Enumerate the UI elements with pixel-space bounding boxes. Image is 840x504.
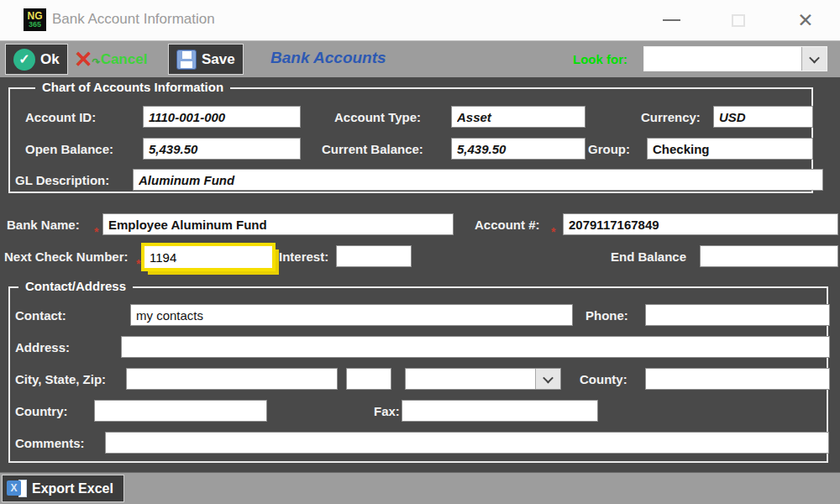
check-circle-icon: ✓: [13, 49, 35, 71]
zip-dropdown-button[interactable]: [535, 369, 560, 389]
excel-icon: X: [7, 479, 28, 498]
fax-input[interactable]: [402, 400, 598, 422]
gl-description-label: GL Description:: [15, 173, 109, 187]
current-balance-label: Current Balance:: [322, 142, 423, 156]
country-input[interactable]: [94, 400, 267, 422]
title-bar: NG 365 Bank Account Information ✕: [0, 0, 840, 40]
maximize-icon: [732, 14, 745, 27]
account-number-input[interactable]: [563, 213, 838, 235]
cancel-x-icon: ✕↷: [74, 49, 93, 71]
phone-input[interactable]: [645, 304, 830, 326]
bank-name-input[interactable]: [102, 213, 454, 235]
look-for-dropdown-button[interactable]: [801, 47, 827, 71]
export-excel-button[interactable]: X Export Excel: [2, 475, 124, 502]
bank-name-label: Bank Name:: [7, 218, 80, 232]
next-check-number-highlight: [141, 243, 276, 271]
undo-arrow-icon: ↷: [92, 51, 101, 74]
bottom-bar: X Export Excel: [0, 472, 840, 504]
account-id-input[interactable]: [143, 106, 301, 128]
close-button[interactable]: ✕: [786, 7, 825, 34]
cancel-button-label: Cancel: [101, 51, 148, 68]
account-type-input[interactable]: [451, 106, 585, 128]
zip-input[interactable]: [406, 369, 535, 389]
look-for-combobox: [643, 46, 827, 71]
app-logo-icon: NG 365: [24, 8, 46, 31]
city-input[interactable]: [126, 368, 338, 390]
save-button-label: Save: [202, 51, 235, 68]
comments-label: Comments:: [15, 436, 85, 450]
group-label: Group:: [588, 142, 630, 156]
minimize-icon: [663, 19, 680, 21]
save-button[interactable]: Save: [168, 44, 244, 75]
gl-description-input[interactable]: [133, 169, 823, 191]
contact-address-legend: Contact/Address: [18, 279, 133, 293]
state-input[interactable]: [346, 368, 391, 390]
city-state-zip-label: City, State, Zip:: [15, 372, 106, 386]
maximize-button[interactable]: [719, 7, 758, 34]
county-input[interactable]: [645, 368, 830, 390]
bank-name-required-marker: *: [94, 225, 98, 239]
chevron-down-icon: [543, 372, 554, 383]
cancel-button[interactable]: ✕↷ Cancel: [74, 46, 147, 73]
interest-input[interactable]: [336, 245, 412, 267]
interest-label: Interest:: [279, 249, 328, 264]
app-logo-text-bottom: 365: [29, 21, 41, 29]
open-balance-label: Open Balance:: [25, 142, 113, 156]
zip-combobox: [405, 368, 561, 390]
country-label: Country:: [15, 404, 68, 418]
comments-input[interactable]: [105, 432, 829, 454]
current-balance-input[interactable]: [451, 138, 585, 160]
toolbar: ✓ Ok ✕↷ Cancel Save Bank Accounts Look f…: [0, 40, 840, 77]
fax-label: Fax:: [374, 404, 400, 418]
page-title: Bank Accounts: [270, 49, 386, 67]
contact-label: Contact:: [15, 308, 66, 323]
window-title: Bank Account Information: [52, 11, 215, 28]
account-number-label: Account #:: [475, 218, 540, 232]
look-for-input[interactable]: [644, 47, 801, 71]
end-balance-input[interactable]: [700, 245, 838, 267]
next-check-number-label: Next Check Number:: [4, 249, 129, 264]
chart-of-accounts-legend: Chart of Accounts Information: [35, 80, 230, 94]
address-label: Address:: [15, 340, 70, 354]
currency-label: Currency:: [641, 110, 701, 124]
county-label: County:: [580, 372, 627, 386]
currency-input[interactable]: [713, 106, 813, 128]
address-input[interactable]: [121, 336, 830, 358]
next-check-number-required-marker: *: [136, 257, 140, 270]
ok-button[interactable]: ✓ Ok: [5, 44, 68, 75]
account-type-label: Account Type:: [334, 110, 421, 124]
form-body: Chart of Accounts Information Account ID…: [0, 77, 840, 472]
contact-input[interactable]: [130, 304, 573, 326]
phone-label: Phone:: [585, 308, 628, 323]
open-balance-input[interactable]: [143, 138, 301, 160]
floppy-disk-icon: [176, 50, 197, 70]
account-number-required-marker: *: [551, 225, 555, 239]
ok-button-label: Ok: [40, 51, 60, 68]
export-excel-label: Export Excel: [32, 481, 113, 496]
minimize-button[interactable]: [652, 7, 690, 34]
group-input[interactable]: [647, 138, 813, 160]
account-id-label: Account ID:: [25, 110, 96, 124]
end-balance-label: End Balance: [611, 249, 686, 264]
look-for-label: Look for:: [573, 52, 627, 66]
chevron-down-icon: [809, 52, 820, 63]
bank-account-window: NG 365 Bank Account Information ✕ ✓ Ok ✕…: [0, 0, 840, 504]
next-check-number-input[interactable]: [144, 246, 272, 268]
